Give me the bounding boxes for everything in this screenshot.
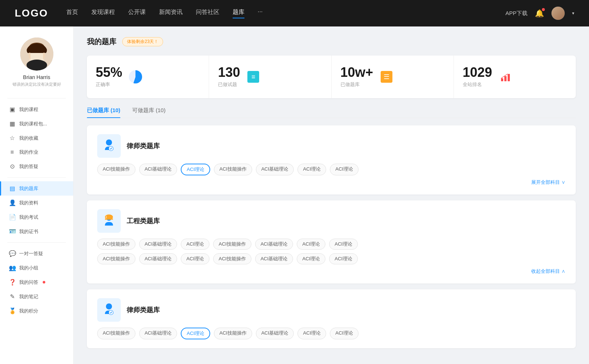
bank-tag[interactable]: ACI理论 <box>329 239 358 250</box>
bank-tag[interactable]: ACI理论 <box>297 239 325 250</box>
group-icon: 👥 <box>9 264 15 271</box>
bank-card-lawyer-1: 律师类题库 ACI技能操作 ACI基础理论 ACI理论 ACI技能操作 ACI基… <box>87 125 576 195</box>
nav-discover[interactable]: 发现课程 <box>91 8 115 18</box>
bank-tag[interactable]: ACI理论 <box>297 164 326 175</box>
avatar[interactable] <box>551 7 565 20</box>
bank-tag-selected[interactable]: ACI理论 <box>181 164 210 175</box>
nav-more[interactable]: ··· <box>258 8 262 18</box>
tab-available[interactable]: 可做题库 (10) <box>132 107 166 118</box>
homework-icon: ≡ <box>9 149 15 156</box>
bank-tag[interactable]: ACI理论 <box>297 328 326 339</box>
stat-accuracy-label: 正确率 <box>96 81 122 88</box>
tutoring-icon: 💬 <box>9 250 15 257</box>
sidebar-bio: 错误的决定比没有决定要好 <box>5 82 68 87</box>
bank-card-title: 律师类题库 <box>127 306 160 314</box>
sidebar-user-name: Brian Harris <box>23 74 50 80</box>
stat-banks-done: 10w+ 已做题库 ☰ <box>332 56 454 98</box>
lawyer-svg-icon-2 <box>101 302 117 318</box>
sidebar-item-profile[interactable]: 👤 我的资料 <box>0 196 73 210</box>
nav-qa[interactable]: 问答社区 <box>196 8 219 18</box>
bank-card-header: 工程类题库 <box>97 209 565 233</box>
bank-tag[interactable]: ACI基础理论 <box>139 328 177 339</box>
sidebar-item-label: 我的作业 <box>19 149 38 156</box>
sidebar-profile: Brian Harris 错误的决定比没有决定要好 <box>0 38 73 94</box>
sidebar-item-notes[interactable]: ✎ 我的笔记 <box>0 289 73 304</box>
stat-ranking: 1029 全站排名 <box>454 56 576 98</box>
sidebar-divider-2 <box>7 177 66 178</box>
sidebar-item-homework[interactable]: ≡ 我的作业 <box>0 145 73 159</box>
tab-done[interactable]: 已做题库 (10) <box>87 107 120 118</box>
sidebar-item-my-qa[interactable]: ❓ 我的问答 <box>0 275 73 289</box>
bank-tag[interactable]: ACI理论 <box>181 239 209 250</box>
stat-accuracy-icon <box>128 69 143 84</box>
bank-tag[interactable]: ACI理论 <box>181 253 209 264</box>
bank-tag[interactable]: ACI技能操作 <box>97 253 135 264</box>
bank-tag[interactable]: ACI基础理论 <box>256 164 294 175</box>
sidebar-item-tutoring[interactable]: 💬 一对一答疑 <box>0 246 73 261</box>
bank-tag[interactable]: ACI理论 <box>297 253 325 264</box>
sidebar-item-label: 一对一答疑 <box>19 250 43 257</box>
svg-rect-7 <box>508 74 510 81</box>
bank-tag[interactable]: ACI理论 <box>329 253 358 264</box>
bank-tag[interactable]: ACI理论 <box>330 328 359 339</box>
stat-banks-done-text: 10w+ 已做题库 <box>341 66 373 88</box>
bank-tag[interactable]: ACI基础理论 <box>139 239 177 250</box>
stat-accuracy-text: 55% 正确率 <box>96 66 122 88</box>
sidebar-item-exam[interactable]: 📄 我的考试 <box>0 210 73 224</box>
sidebar-menu: ▣ 我的课程 ▦ 我的课程包... ☆ 我的收藏 ≡ 我的作业 ⊙ 我的答疑 ▤ <box>0 102 73 318</box>
exam-icon: 📄 <box>9 214 15 221</box>
engineer-bank-icon <box>97 209 121 233</box>
sidebar-item-certificate[interactable]: 🪪 我的证书 <box>0 224 73 239</box>
bank-tag-selected[interactable]: ACI理论 <box>181 328 210 339</box>
trial-badge: 体验剩余23天！ <box>122 37 163 46</box>
bank-tag[interactable]: ACI基础理论 <box>256 328 294 339</box>
bank-tag[interactable]: ACI基础理论 <box>139 253 177 264</box>
sidebar-item-favorites[interactable]: ☆ 我的收藏 <box>0 131 73 145</box>
sidebar-item-group[interactable]: 👥 我的小组 <box>0 261 73 275</box>
bank-collapse-button[interactable]: 收起全部科目 ∧ <box>97 268 565 275</box>
sidebar-item-label: 我的资料 <box>19 200 38 206</box>
bank-tag[interactable]: ACI基础理论 <box>255 253 293 264</box>
bank-tag[interactable]: ACI理论 <box>330 164 359 175</box>
sidebar: Brian Harris 错误的决定比没有决定要好 ▣ 我的课程 ▦ 我的课程包… <box>0 26 74 364</box>
stat-questions-done-text: 130 已做试题 <box>218 66 240 88</box>
tabs-row: 已做题库 (10) 可做题库 (10) <box>87 107 576 118</box>
bank-tag[interactable]: ACI技能操作 <box>213 239 251 250</box>
bank-expand-button[interactable]: 展开全部科目 ∨ <box>97 179 565 186</box>
bank-card-engineer: 工程类题库 ACI技能操作 ACI基础理论 ACI理论 ACI技能操作 ACI基… <box>87 200 576 283</box>
bank-card-title: 工程类题库 <box>127 217 160 225</box>
bank-tag[interactable]: ACI技能操作 <box>97 328 135 339</box>
bank-tag[interactable]: ACI技能操作 <box>213 253 251 264</box>
nav-news[interactable]: 新闻资讯 <box>159 8 183 18</box>
sidebar-item-questions[interactable]: ⊙ 我的答疑 <box>0 159 73 174</box>
sidebar-item-points[interactable]: 🏅 我的积分 <box>0 304 73 318</box>
bank-card-title: 律师类题库 <box>127 142 160 150</box>
bar-chart-icon <box>500 71 511 83</box>
stats-row: 55% 正确率 130 已做试题 ≡ 10w+ 已做题库 <box>87 56 576 98</box>
svg-point-15 <box>109 310 113 315</box>
notification-bell[interactable]: 🔔 <box>535 9 544 18</box>
bank-tags-engineer-row1: ACI技能操作 ACI基础理论 ACI理论 ACI技能操作 ACI基础理论 AC… <box>97 239 565 250</box>
navbar-right: APP下载 🔔 ▾ <box>505 7 574 20</box>
bank-tag[interactable]: ACI基础理论 <box>255 239 293 250</box>
stat-accuracy-value: 55% <box>96 66 122 79</box>
stat-ranking-label: 全站排名 <box>463 81 492 88</box>
app-download-link[interactable]: APP下载 <box>505 10 528 17</box>
stat-banks-done-value: 10w+ <box>341 66 373 79</box>
bank-tag[interactable]: ACI技能操作 <box>97 164 135 175</box>
nav-question-bank[interactable]: 题库 <box>233 8 244 18</box>
sidebar-item-question-bank[interactable]: ▤ 我的题库 <box>0 181 73 196</box>
bank-tag[interactable]: ACI技能操作 <box>214 164 252 175</box>
lawyer-svg-icon <box>101 138 117 154</box>
sidebar-item-course-pack[interactable]: ▦ 我的课程包... <box>0 117 73 131</box>
bank-tag[interactable]: ACI基础理论 <box>139 164 177 175</box>
nav-open-course[interactable]: 公开课 <box>128 8 146 18</box>
sidebar-divider-1 <box>7 98 66 99</box>
sidebar-item-my-course[interactable]: ▣ 我的课程 <box>0 102 73 117</box>
avatar-chevron-icon[interactable]: ▾ <box>572 11 574 16</box>
sidebar-item-label: 我的积分 <box>19 308 38 314</box>
stat-banks-icon: ☰ <box>379 69 394 84</box>
bank-tag[interactable]: ACI技能操作 <box>97 239 135 250</box>
nav-home[interactable]: 首页 <box>66 8 78 18</box>
bank-tag[interactable]: ACI技能操作 <box>214 328 252 339</box>
